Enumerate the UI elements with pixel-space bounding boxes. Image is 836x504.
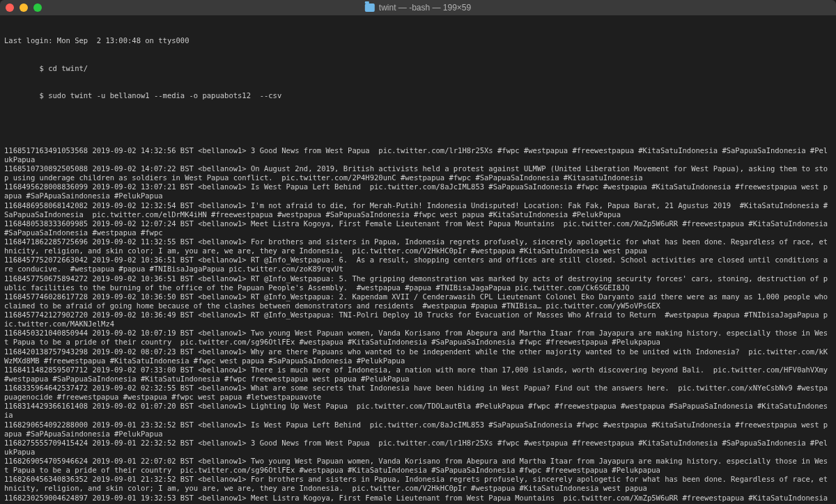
output-row: 1168314429366161408 2019-09-02 01:07:20 … bbox=[4, 402, 832, 420]
output-row: 1168269054705946624 2019-09-01 22:07:02 … bbox=[4, 457, 832, 475]
output-row: 1168480538333609985 2019-09-02 12:07:24 … bbox=[4, 219, 832, 237]
traffic-lights bbox=[6, 3, 42, 12]
output-row: 1168335964642537472 2019-09-02 02:32:55 … bbox=[4, 384, 832, 402]
cmd-line: $ sudo twint -u bellanow1 --media -o pap… bbox=[4, 91, 832, 100]
output-row: 1168260456340836352 2019-09-01 21:32:52 … bbox=[4, 475, 832, 493]
terminal-body[interactable]: Last login: Mon Sep 2 13:00:48 on ttys00… bbox=[0, 15, 836, 504]
output-row: 1168486958068142082 2019-09-02 12:32:54 … bbox=[4, 201, 832, 219]
output-row: 1168275555709415424 2019-09-01 22:32:52 … bbox=[4, 439, 832, 457]
output-row: 1168230259004624897 2019-09-01 19:32:53 … bbox=[4, 494, 832, 505]
output-row: 1168457746028617728 2019-09-02 10:36:50 … bbox=[4, 292, 832, 310]
titlebar[interactable]: twint — -bash — 199×59 bbox=[0, 0, 836, 15]
close-icon[interactable] bbox=[6, 3, 14, 12]
terminal-window: twint — -bash — 199×59 Last login: Mon S… bbox=[0, 0, 836, 504]
output-row: 1168471862285725696 2019-09-02 11:32:55 … bbox=[4, 237, 832, 255]
output-row: 1168420138757943298 2019-09-02 08:07:23 … bbox=[4, 347, 832, 365]
output-row: 1168457742127902720 2019-09-02 10:36:49 … bbox=[4, 310, 832, 329]
output-row: 1168495628008836099 2019-09-02 13:07:21 … bbox=[4, 182, 832, 200]
zoom-icon[interactable] bbox=[33, 3, 42, 12]
output-row: 1168457752072663042 2019-09-02 10:36:51 … bbox=[4, 255, 832, 274]
folder-icon bbox=[365, 3, 375, 12]
output-row: 1168510730892505088 2019-09-02 14:07:22 … bbox=[4, 164, 832, 182]
output-rows: 1168517163491053568 2019-09-02 14:32:56 … bbox=[4, 146, 832, 504]
output-row: 1168457750675894272 2019-09-02 10:36:51 … bbox=[4, 274, 832, 292]
window-title: twint — -bash — 199×59 bbox=[365, 3, 471, 13]
cmd-line: $ cd twint/ bbox=[4, 64, 832, 73]
blank-line bbox=[4, 118, 832, 127]
output-row: 1168290654092288000 2019-09-01 23:32:52 … bbox=[4, 420, 832, 439]
minimize-icon[interactable] bbox=[20, 3, 28, 12]
last-login-line: Last login: Mon Sep 2 13:00:48 on ttys00… bbox=[4, 36, 832, 45]
output-row: 1168450321040850944 2019-09-02 10:07:19 … bbox=[4, 329, 832, 347]
window-title-text: twint — -bash — 199×59 bbox=[379, 3, 471, 13]
output-row: 1168517163491053568 2019-09-02 14:32:56 … bbox=[4, 146, 832, 164]
output-row: 1168411482859507712 2019-09-02 07:33:00 … bbox=[4, 365, 832, 384]
